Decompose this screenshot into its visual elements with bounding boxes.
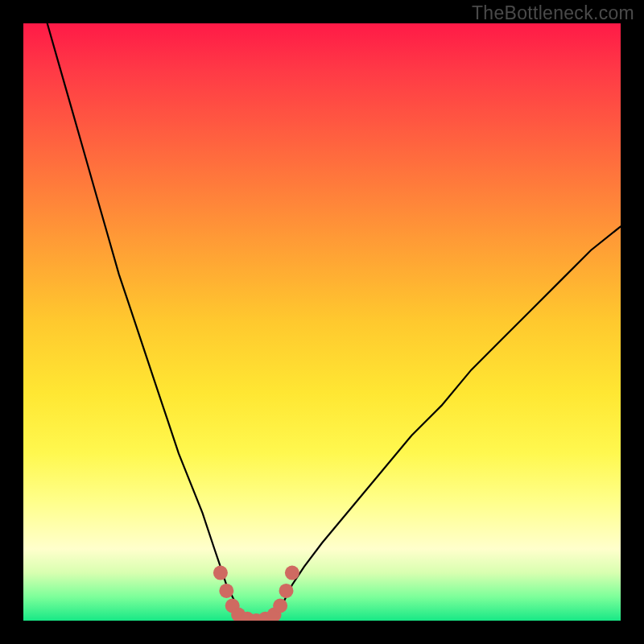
marker-dot [219, 584, 233, 598]
marker-dot [279, 584, 294, 598]
bottleneck-curve [47, 23, 621, 621]
curve-layer [23, 23, 621, 621]
watermark-text: TheBottleneck.com [472, 2, 634, 24]
plot-area [23, 23, 621, 621]
marker-dot [273, 599, 287, 613]
optimal-zone-markers [213, 566, 299, 621]
marker-dot [285, 566, 299, 580]
marker-dot [213, 566, 228, 580]
chart-frame: TheBottleneck.com [0, 0, 644, 644]
